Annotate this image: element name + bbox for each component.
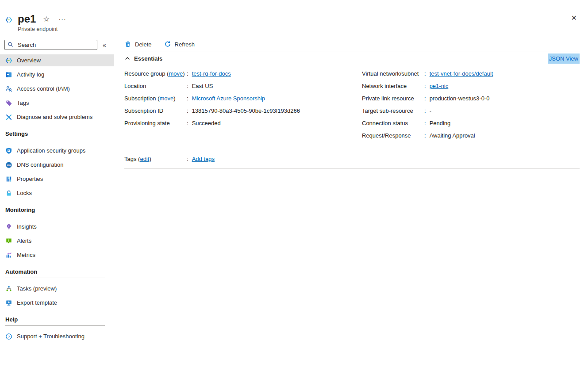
field-value[interactable]: Microsoft Azure Sponsorship bbox=[192, 94, 265, 103]
sidebar-item-label: Activity log bbox=[17, 71, 44, 78]
colon-separator: : bbox=[424, 131, 426, 140]
sidebar-item-locks[interactable]: Locks bbox=[0, 187, 114, 199]
refresh-button[interactable]: Refresh bbox=[164, 41, 195, 48]
chevron-up-icon[interactable] bbox=[124, 55, 131, 61]
field-label: Target sub-resource bbox=[362, 107, 424, 115]
toolbar: Delete Refresh bbox=[124, 38, 580, 51]
essentials-row-private-link-resource: Private link resource:production-westus3… bbox=[362, 94, 580, 103]
page-header: pe1 ☆ ··· Private endpoint bbox=[5, 13, 66, 32]
field-value: Succeeded bbox=[192, 119, 221, 127]
more-options-icon[interactable]: ··· bbox=[59, 16, 66, 22]
sidebar-item-support-troubleshooting[interactable]: ?Support + Troubleshooting bbox=[0, 330, 114, 342]
collapse-sidebar-icon[interactable]: « bbox=[103, 42, 106, 49]
divider bbox=[113, 365, 584, 365]
field-label: Location bbox=[124, 82, 187, 90]
search-box[interactable] bbox=[4, 40, 97, 50]
favorite-star-icon[interactable]: ☆ bbox=[43, 15, 50, 23]
sidebar-item-diagnose-and-solve-problems[interactable]: Diagnose and solve problems bbox=[0, 111, 114, 123]
essentials-row-location: Location:East US bbox=[124, 82, 362, 90]
colon-separator: : bbox=[187, 82, 188, 90]
resource-type-subtitle: Private endpoint bbox=[18, 26, 66, 32]
main-content: Delete Refresh Essentials JSON View Reso… bbox=[114, 38, 588, 371]
sidebar-group-header-settings: Settings bbox=[0, 125, 114, 140]
sidebar-item-tags[interactable]: Tags bbox=[0, 97, 114, 109]
sidebar-item-alerts[interactable]: Alerts bbox=[0, 235, 114, 247]
divider bbox=[5, 140, 105, 140]
field-value: production-westus3-0-0 bbox=[430, 94, 490, 103]
sidebar-item-activity-log[interactable]: Activity log bbox=[0, 69, 114, 80]
activity-log-icon bbox=[5, 71, 12, 78]
colon-separator: : bbox=[187, 155, 188, 163]
refresh-button-label: Refresh bbox=[175, 41, 195, 48]
sidebar-item-overview[interactable]: Overview bbox=[0, 54, 114, 66]
field-value: Awaiting Approval bbox=[430, 131, 475, 140]
delete-button[interactable]: Delete bbox=[124, 41, 152, 48]
divider bbox=[5, 216, 105, 216]
tags-row-container: Tags (edit):Add tags bbox=[124, 155, 580, 163]
sidebar-item-label: Alerts bbox=[17, 237, 31, 244]
application-security-groups-icon bbox=[5, 147, 12, 154]
sidebar-item-label: Overview bbox=[17, 57, 41, 64]
label-link-move[interactable]: move bbox=[169, 70, 183, 77]
field-label: Resource group (move) bbox=[124, 69, 187, 78]
colon-separator: : bbox=[424, 82, 426, 90]
sidebar-item-access-control-iam[interactable]: Access control (IAM) bbox=[0, 83, 114, 95]
essentials-header: Essentials JSON View bbox=[124, 51, 580, 65]
sidebar-item-label: Application security groups bbox=[17, 147, 85, 154]
essentials-row-subscription: Subscription (move):Microsoft Azure Spon… bbox=[124, 94, 362, 103]
field-value[interactable]: test-rg-for-docs bbox=[192, 69, 231, 78]
search-icon bbox=[8, 42, 15, 49]
insights-icon bbox=[5, 223, 12, 230]
sidebar-item-tasks-preview[interactable]: Tasks (preview) bbox=[0, 283, 114, 295]
access-control-icon bbox=[5, 85, 12, 92]
delete-button-label: Delete bbox=[135, 41, 152, 48]
sidebar-item-metrics[interactable]: Metrics bbox=[0, 249, 114, 261]
field-label: Connection status bbox=[362, 119, 424, 127]
dns-icon: DNS bbox=[5, 161, 12, 168]
sidebar-item-export-template[interactable]: Export template bbox=[0, 297, 114, 309]
sidebar-item-label: Insights bbox=[17, 223, 37, 230]
field-value[interactable]: test-vnet-for-docs/default bbox=[430, 69, 493, 78]
sidebar-item-application-security-groups[interactable]: Application security groups bbox=[0, 145, 114, 157]
search-input[interactable] bbox=[17, 41, 95, 49]
colon-separator: : bbox=[187, 94, 188, 103]
colon-separator: : bbox=[187, 107, 188, 115]
essentials-grid: Resource group (move):test-rg-for-docsLo… bbox=[124, 69, 580, 144]
field-label: Provisioning state bbox=[124, 119, 187, 127]
essentials-row-tags: Tags (edit):Add tags bbox=[124, 155, 580, 163]
sidebar-group-header-help: Help bbox=[0, 311, 114, 325]
sidebar-group-header-monitoring: Monitoring bbox=[0, 201, 114, 216]
field-value: - bbox=[430, 107, 431, 115]
sidebar-item-insights[interactable]: Insights bbox=[0, 221, 114, 233]
title-block: pe1 ☆ ··· Private endpoint bbox=[18, 13, 66, 32]
page-title: pe1 bbox=[18, 13, 36, 25]
essentials-row-network-interface: Network interface:pe1-nic bbox=[362, 82, 580, 90]
sidebar-item-dns-configuration[interactable]: DNSDNS configuration bbox=[0, 159, 114, 171]
essentials-left-column: Resource group (move):test-rg-for-docsLo… bbox=[124, 69, 362, 144]
field-value: 13815790-80a3-4505-90be-1c93f193d266 bbox=[192, 107, 300, 115]
essentials-right-column: Virtual network/subnet:test-vnet-for-doc… bbox=[362, 69, 580, 144]
tags-icon bbox=[5, 99, 12, 107]
export-template-icon bbox=[5, 299, 12, 306]
support-icon: ? bbox=[5, 333, 12, 340]
diagnose-icon bbox=[5, 114, 12, 121]
svg-text:DNS: DNS bbox=[7, 164, 11, 166]
label-link-edit[interactable]: edit bbox=[140, 156, 149, 162]
essentials-row-resource-group: Resource group (move):test-rg-for-docs bbox=[124, 69, 362, 78]
colon-separator: : bbox=[424, 69, 426, 78]
close-icon[interactable]: ✕ bbox=[571, 15, 577, 22]
field-value[interactable]: Add tags bbox=[192, 155, 215, 163]
essentials-row-subscription-id: Subscription ID:13815790-80a3-4505-90be-… bbox=[124, 107, 362, 115]
field-value[interactable]: pe1-nic bbox=[430, 82, 449, 90]
essentials-row-connection-status: Connection status:Pending bbox=[362, 119, 580, 127]
sidebar-item-label: Locks bbox=[17, 190, 32, 196]
essentials-row-provisioning-state: Provisioning state:Succeeded bbox=[124, 119, 362, 127]
sidebar-item-properties[interactable]: Properties bbox=[0, 173, 114, 185]
label-link-move[interactable]: move bbox=[159, 95, 173, 102]
field-label: Virtual network/subnet bbox=[362, 69, 424, 78]
properties-icon bbox=[5, 176, 12, 183]
essentials-row-request-response: Request/Response:Awaiting Approval bbox=[362, 131, 580, 140]
sidebar-item-label: Export template bbox=[17, 299, 57, 306]
json-view-button[interactable]: JSON View bbox=[548, 54, 580, 64]
private-endpoint-icon bbox=[5, 57, 12, 64]
